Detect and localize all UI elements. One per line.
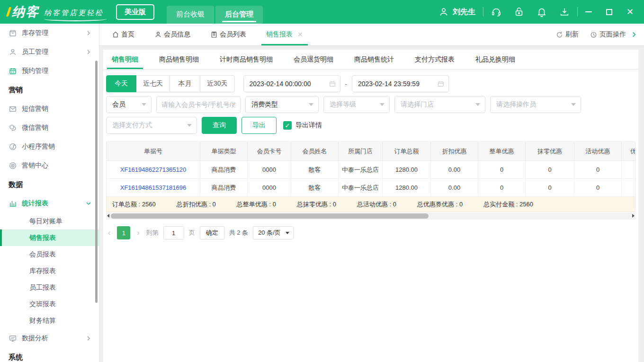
query-button[interactable]: 查询 (202, 117, 237, 134)
sidebar-subitem-shift-report[interactable]: 交班报表 (0, 296, 99, 312)
page-size-value: 20 条/页 (258, 229, 281, 237)
goto-confirm-button[interactable]: 确定 (200, 226, 224, 239)
subtab-timed-product-sales-detail[interactable]: 计时商品销售明细 (220, 50, 273, 69)
sidebar-item-marketing-center[interactable]: 营销中心 (0, 156, 99, 175)
level-placeholder: 选择等级 (330, 100, 356, 109)
minimize-button[interactable] (585, 11, 592, 12)
filter-toolbar: 今天 近七天 本月 近30天 2023-02-14 00:00:00 - (103, 70, 638, 138)
page-actions[interactable]: 页面操作 (590, 30, 626, 39)
lock-icon[interactable] (514, 7, 524, 17)
store-select[interactable]: 请选择门店 (394, 96, 485, 113)
subtab-payment-method-report[interactable]: 支付方式报表 (415, 50, 455, 69)
sidebar-subitem-daily-reconciliation[interactable]: 每日对账单 (0, 213, 99, 230)
member-search-input[interactable] (156, 96, 241, 113)
subtab-product-sales-stats[interactable]: 商品销售统计 (354, 50, 394, 69)
sidebar-scrollbar[interactable] (95, 61, 98, 303)
sidebar-section-data: 数据 (0, 175, 99, 194)
consume-type-select[interactable]: 消费类型 (245, 96, 319, 113)
table-row: XF16194862271365120 商品消费 0000 散客 中泰一乐总店 … (107, 161, 635, 179)
tab-member-list[interactable]: 会员列表 (207, 24, 249, 45)
start-date-input[interactable]: 2023-02-14 00:00:00 (243, 75, 340, 92)
chevron-down-icon (142, 103, 146, 106)
bell-notification-icon[interactable] (537, 7, 547, 17)
quick-range-today-button[interactable]: 今天 (106, 75, 136, 92)
sidebar-subitem-inventory-report[interactable]: 库存报表 (0, 263, 99, 279)
export-detail-checkbox-wrap[interactable]: ✓ 导出详情 (283, 121, 322, 130)
cell-activity-discount: 0 (574, 161, 622, 179)
member-type-value: 会员 (112, 100, 125, 109)
sidebar-item-wechat-marketing[interactable]: 微信营销 (0, 118, 99, 137)
sidebar-item-label: 预约管理 (22, 67, 91, 75)
quick-range-month-button[interactable]: 本月 (170, 75, 200, 92)
sidebar-item-statistics-reports[interactable]: 统计报表 (0, 194, 99, 213)
sidebar-item-sms-marketing[interactable]: 短信营销 (0, 99, 99, 118)
chevron-right-icon (86, 49, 91, 55)
col-card-no: 会员卡号 (248, 142, 291, 161)
summary-order-total: 订单总额 : 2560 (112, 200, 156, 209)
operator-select[interactable]: 请选择操作员 (490, 96, 581, 113)
tab-sales-report[interactable]: 销售报表 ✕ (263, 24, 306, 45)
sidebar-item-data-analysis[interactable]: 数据分析 (0, 329, 99, 348)
sidebar-item-booking[interactable]: 预约管理 (0, 62, 99, 80)
edition-badge-button[interactable]: 美业版 (116, 4, 154, 20)
quick-range-30days-button[interactable]: 近30天 (200, 75, 235, 92)
top-header: 纳客 纳客管店更轻松 美业版 前台收银 后台管理 刘先生 (0, 0, 644, 24)
person-icon (154, 31, 162, 38)
monitor-analysis-icon (9, 334, 17, 343)
horizontal-scrollbar-thumb[interactable] (111, 213, 429, 219)
close-button[interactable]: ✕ (626, 8, 634, 16)
page-number-button[interactable]: 1 (117, 226, 130, 239)
subtab-product-sales-detail[interactable]: 商品销售明细 (159, 50, 199, 69)
level-select[interactable]: 选择等级 (323, 96, 390, 113)
next-page-button[interactable]: › (135, 229, 141, 237)
prev-page-button[interactable]: ‹ (106, 229, 112, 237)
subtab-sales-detail[interactable]: 销售明细 (112, 50, 138, 69)
sidebar-subitem-sales-report[interactable]: 销售报表 (0, 230, 99, 246)
goto-page-input[interactable] (163, 226, 184, 239)
payment-method-select[interactable]: 选择支付方式 (106, 117, 197, 134)
end-date-input[interactable]: 2023-02-14 23:59:59 (352, 75, 449, 92)
tab-member-info[interactable]: 会员信息 (152, 24, 193, 45)
sidebar-item-staff[interactable]: 员工管理 (0, 43, 99, 62)
filter-row-actions: 选择支付方式 查询 导出 ✓ 导出详情 (106, 117, 635, 134)
nav-tab-back-management[interactable]: 后台管理 (215, 6, 263, 24)
nav-tab-front-cashier[interactable]: 前台收银 (167, 6, 214, 24)
download-icon[interactable] (559, 7, 570, 17)
summary-coupon-total: 总优惠券优惠 : 0 (417, 200, 463, 209)
chevron-down-icon (187, 124, 192, 127)
calendar-icon (329, 80, 336, 88)
expand-right-icon[interactable] (631, 31, 637, 38)
summary-rounding-total: 总抹零优惠 : 0 (297, 200, 336, 209)
table-header-row: 单据号 单据类型 会员卡号 会员姓名 所属门店 订单总额 折扣优惠 整单优惠 抹… (107, 142, 635, 161)
sidebar-item-miniprogram-marketing[interactable]: 小程序营销 (0, 137, 99, 156)
horizontal-scrollbar[interactable] (106, 212, 635, 220)
page-size-select[interactable]: 20 条/页 (253, 226, 294, 239)
tab-home[interactable]: 首页 (109, 24, 137, 45)
subtab-member-refund-detail[interactable]: 会员退货明细 (294, 50, 333, 69)
page-actions-label: 页面操作 (599, 30, 626, 39)
export-button[interactable]: 导出 (242, 117, 277, 134)
tab-close-icon[interactable]: ✕ (297, 31, 303, 38)
sidebar-item-label: 员工管理 (22, 48, 86, 56)
sidebar-subitem-staff-report[interactable]: 员工报表 (0, 279, 99, 296)
calendar-icon (9, 67, 17, 75)
user-area[interactable]: 刘先生 (438, 7, 475, 17)
subtab-gift-redemption-detail[interactable]: 礼品兑换明细 (475, 50, 515, 69)
checkbox-checked-icon[interactable]: ✓ (283, 121, 292, 130)
scroll-left-arrow-icon[interactable] (107, 214, 109, 218)
page-actions-icon (590, 31, 597, 38)
target-icon (9, 161, 17, 170)
order-no-link[interactable]: XF16194861537181696 (107, 179, 200, 197)
order-no-link[interactable]: XF16194862271365120 (107, 161, 200, 179)
sidebar-subitem-member-report[interactable]: 会员报表 (0, 246, 99, 263)
maximize-button[interactable] (606, 9, 612, 15)
refresh-action[interactable]: 刷新 (556, 30, 579, 39)
sidebar-item-inventory[interactable]: 库存管理 (0, 24, 99, 43)
sidebar-subitem-financial-settlement[interactable]: 财务结算 (0, 312, 99, 329)
member-type-select[interactable]: 会员 (106, 96, 152, 113)
scroll-right-arrow-icon[interactable] (632, 214, 635, 218)
end-date-value: 2023-02-14 23:59:59 (358, 80, 420, 88)
quick-range-7days-button[interactable]: 近七天 (136, 75, 170, 92)
headset-support-icon[interactable] (491, 7, 501, 17)
col-activity-discount: 活动优惠 (574, 142, 622, 161)
